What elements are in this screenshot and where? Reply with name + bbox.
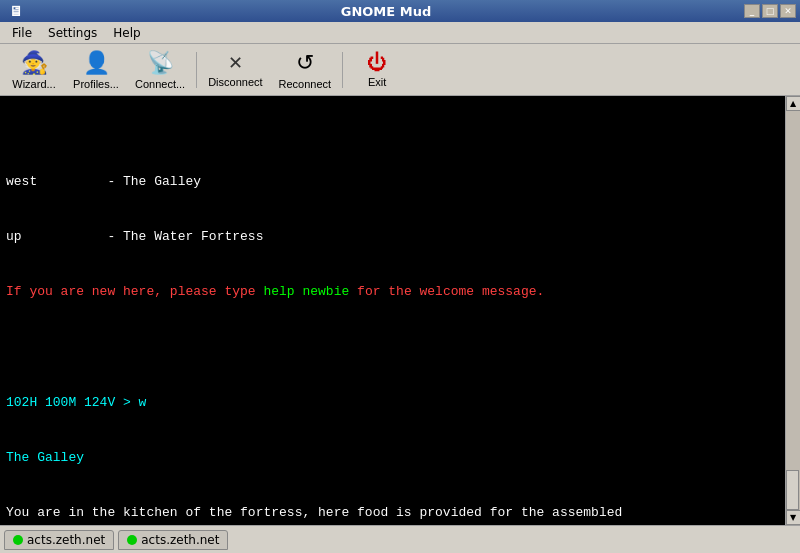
- scroll-thumb[interactable]: [786, 470, 799, 510]
- close-button[interactable]: ✕: [780, 4, 796, 18]
- tab-1-dot: [13, 535, 23, 545]
- scroll-down-button[interactable]: ▼: [786, 510, 801, 525]
- terminal-line-room-name: The Galley: [6, 449, 779, 468]
- terminal-line-cmd1: 102H 100M 124V > w: [6, 394, 779, 413]
- connect-icon: 📡: [147, 50, 174, 76]
- menu-help[interactable]: Help: [105, 24, 148, 42]
- wizard-button[interactable]: 🧙 Wizard...: [4, 47, 64, 93]
- toolbar: 🧙 Wizard... 👤 Profiles... 📡 Connect... ✕…: [0, 44, 800, 96]
- terminal-line: west - The Galley: [6, 173, 779, 192]
- terminal[interactable]: west - The Galley up - The Water Fortres…: [0, 96, 785, 525]
- profiles-icon: 👤: [83, 50, 110, 76]
- window-icon: 🖥: [9, 3, 23, 19]
- exit-icon: ⏻: [367, 51, 387, 74]
- terminal-line: You are in the kitchen of the fortress, …: [6, 504, 779, 523]
- scroll-track[interactable]: [786, 111, 800, 510]
- toolbar-separator-2: [342, 52, 343, 88]
- status-bar: acts.zeth.net acts.zeth.net: [0, 525, 800, 553]
- scroll-up-button[interactable]: ▲: [786, 96, 801, 111]
- profiles-button[interactable]: 👤 Profiles...: [66, 47, 126, 93]
- maximize-button[interactable]: □: [762, 4, 778, 18]
- disconnect-icon: ✕: [228, 52, 243, 74]
- tab-1-label: acts.zeth.net: [27, 533, 105, 547]
- toolbar-separator-1: [196, 52, 197, 88]
- window-controls[interactable]: _ □ ✕: [744, 4, 796, 18]
- connect-button[interactable]: 📡 Connect...: [128, 47, 192, 93]
- tab-2-label: acts.zeth.net: [141, 533, 219, 547]
- disconnect-button[interactable]: ✕ Disconnect: [201, 47, 269, 93]
- menu-settings[interactable]: Settings: [40, 24, 105, 42]
- minimize-button[interactable]: _: [744, 4, 760, 18]
- main-area: west - The Galley up - The Water Fortres…: [0, 96, 800, 525]
- tab-2-dot: [127, 535, 137, 545]
- tab-1[interactable]: acts.zeth.net: [4, 530, 114, 550]
- terminal-line: up - The Water Fortress: [6, 228, 779, 247]
- terminal-line-welcome: If you are new here, please type help ne…: [6, 283, 779, 302]
- scrollbar[interactable]: ▲ ▼: [785, 96, 800, 525]
- menu-file[interactable]: File: [4, 24, 40, 42]
- wizard-icon: 🧙: [21, 50, 48, 76]
- terminal-line: [6, 338, 779, 357]
- exit-button[interactable]: ⏻ Exit: [347, 47, 407, 93]
- terminal-content: west - The Galley up - The Water Fortres…: [6, 136, 779, 525]
- window-title: GNOME Mud: [28, 4, 744, 19]
- reconnect-icon: ↺: [296, 50, 314, 76]
- reconnect-button[interactable]: ↺ Reconnect: [272, 47, 339, 93]
- title-bar: 🖥 GNOME Mud _ □ ✕: [0, 0, 800, 22]
- tab-2[interactable]: acts.zeth.net: [118, 530, 228, 550]
- menu-bar: File Settings Help: [0, 22, 800, 44]
